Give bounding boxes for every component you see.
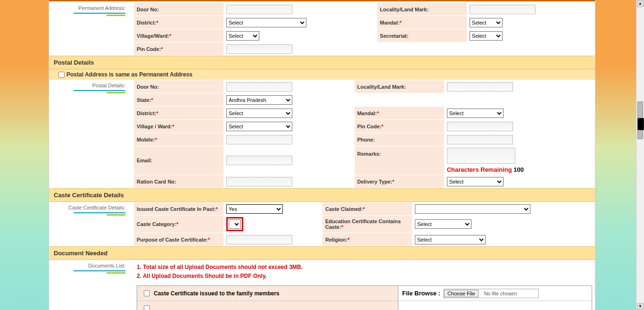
caste-header-text: Caste Certificate Details bbox=[54, 192, 124, 199]
perm-village-label: Village/Ward: bbox=[137, 33, 169, 39]
caste-category-select[interactable] bbox=[229, 219, 241, 229]
postal-door-label: Door No: bbox=[137, 84, 159, 90]
permanent-address-table: Door No: Locality/Land Mark: District:* … bbox=[134, 2, 595, 56]
permanent-address-label: Permanent Address: bbox=[78, 5, 125, 11]
postal-delivery-select[interactable]: Select bbox=[447, 177, 504, 186]
caste-claimed-select[interactable] bbox=[415, 204, 530, 214]
perm-door-label: Door No: bbox=[137, 7, 159, 12]
perm-pincode-input[interactable] bbox=[226, 44, 292, 54]
perm-pincode-label: Pin Code: bbox=[137, 46, 161, 52]
postal-details-header: Postal Details bbox=[49, 56, 595, 69]
caste-details-table: Issued Caste Certificate In Past:* Yes C… bbox=[134, 202, 595, 246]
postal-pincode-input[interactable] bbox=[447, 122, 513, 131]
docs-note-2: 2. All Upload Documents Should be in PDF… bbox=[137, 272, 592, 281]
perm-locality-label: Locality/Land Mark: bbox=[380, 7, 429, 12]
file-browse-label: File Browse : bbox=[402, 290, 440, 297]
caste-details-title: Caste Certificate Details: bbox=[52, 205, 131, 214]
perm-secretariat-select[interactable]: Select bbox=[470, 31, 503, 41]
postal-delivery-label: Delivery Type: bbox=[357, 179, 392, 184]
chars-remaining: Characters Remaining 100 bbox=[447, 166, 592, 173]
postal-mobile-label: Mobile: bbox=[137, 137, 155, 142]
page-scrollbar[interactable]: ▲ ▼ bbox=[636, 0, 644, 310]
docs-header-text: Document Needed bbox=[54, 250, 107, 257]
perm-district-label: District: bbox=[137, 20, 157, 25]
docs-title-label: Documents List: bbox=[88, 263, 125, 268]
postal-ration-input[interactable] bbox=[226, 177, 292, 186]
choose-file-button[interactable]: Choose File bbox=[444, 290, 479, 297]
postal-title-label: Postal Details: bbox=[92, 83, 125, 88]
postal-ration-label: Ration Card No: bbox=[137, 179, 176, 184]
postal-same-label: Postal Address is same as Permanent Addr… bbox=[66, 71, 192, 78]
caste-religion-select[interactable]: Select bbox=[415, 235, 486, 244]
postal-details-table: Door No: Locality/Land Mark: State:* And… bbox=[134, 80, 595, 188]
postal-same-checkbox[interactable] bbox=[58, 72, 65, 78]
postal-district-select[interactable]: Select bbox=[226, 109, 292, 118]
postal-phone-label: Phone: bbox=[357, 137, 375, 142]
postal-phone-input[interactable] bbox=[447, 135, 513, 144]
caste-details-header: Caste Certificate Details bbox=[49, 188, 595, 202]
chars-remaining-label: Characters Remaining bbox=[447, 166, 514, 173]
doc-row1-label: Caste Certificate issued to the family m… bbox=[154, 290, 280, 297]
postal-email-input[interactable] bbox=[226, 156, 292, 165]
perm-locality-input[interactable] bbox=[470, 5, 536, 14]
doc-row1-checkbox[interactable] bbox=[144, 290, 150, 296]
postal-state-label: State: bbox=[137, 97, 151, 103]
postal-mandal-label: Mandal: bbox=[357, 110, 377, 116]
postal-district-label: District: bbox=[137, 110, 157, 116]
caste-purpose-input[interactable] bbox=[226, 235, 292, 244]
caste-category-highlight bbox=[226, 217, 243, 231]
postal-door-input[interactable] bbox=[226, 82, 292, 92]
caste-issued-label: Issued Caste Certificate In Past: bbox=[137, 206, 216, 212]
caste-title-label: Caste Certificate Details: bbox=[68, 205, 125, 210]
no-file-chosen-text: No file chosen bbox=[481, 290, 538, 297]
postal-remarks-label: Remarks: bbox=[357, 151, 381, 157]
caste-edu-label: Education Certificate Contains Caste: bbox=[325, 218, 401, 230]
perm-village-select[interactable]: Select bbox=[226, 31, 259, 41]
scroll-down-icon[interactable]: ▼ bbox=[637, 303, 644, 310]
caste-claimed-label: Caste Claimed: bbox=[325, 206, 363, 212]
docs-note-1: 1. Total size of all Upload Documents sh… bbox=[137, 263, 592, 272]
postal-mobile-input[interactable] bbox=[226, 135, 292, 144]
caste-category-label: Caste Category: bbox=[137, 221, 176, 227]
postal-locality-label: Locality/Land Mark: bbox=[357, 84, 406, 90]
perm-mandal-label: Mandal: bbox=[380, 20, 400, 25]
side-tab-icon[interactable] bbox=[637, 118, 644, 130]
postal-state-select[interactable]: Andhra Pradesh bbox=[226, 95, 292, 105]
chars-remaining-value: 100 bbox=[513, 166, 524, 173]
postal-remarks-textarea[interactable] bbox=[447, 148, 515, 164]
document-needed-header: Document Needed bbox=[49, 246, 595, 260]
postal-village-select[interactable]: Select bbox=[226, 122, 292, 131]
caste-religion-label: Religion: bbox=[325, 237, 347, 243]
postal-village-label: Village / Ward: bbox=[137, 124, 172, 129]
postal-pincode-label: Pin Code: bbox=[357, 124, 381, 129]
caste-edu-select[interactable]: Select bbox=[415, 219, 471, 229]
perm-district-select[interactable]: Select bbox=[226, 18, 306, 27]
postal-details-title: Postal Details: bbox=[52, 83, 131, 92]
caste-issued-select[interactable]: Yes bbox=[226, 204, 283, 214]
perm-secretariat-label: Secretariat: bbox=[380, 33, 409, 39]
postal-header-text: Postal Details bbox=[54, 59, 94, 66]
doc-row2-checkbox[interactable] bbox=[144, 305, 150, 310]
postal-locality-input[interactable] bbox=[447, 82, 513, 92]
caste-purpose-label: Purpose of Caste Certificate: bbox=[137, 237, 208, 243]
documents-list-title: Documents List: bbox=[52, 263, 131, 272]
perm-door-input[interactable] bbox=[226, 5, 292, 14]
permanent-address-title: Permanent Address: bbox=[52, 5, 131, 14]
perm-mandal-select[interactable]: Select bbox=[470, 18, 503, 27]
scroll-up-icon[interactable]: ▲ bbox=[637, 0, 644, 7]
postal-mandal-select[interactable]: Select bbox=[447, 109, 504, 118]
postal-email-label: Email: bbox=[137, 158, 152, 163]
